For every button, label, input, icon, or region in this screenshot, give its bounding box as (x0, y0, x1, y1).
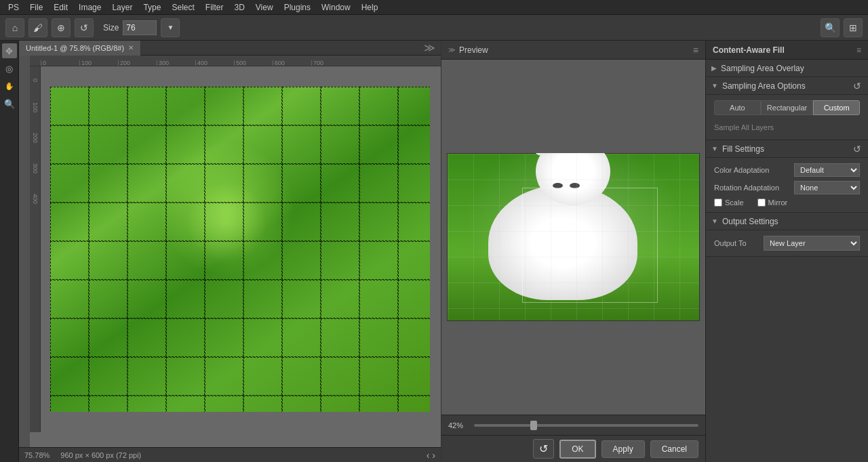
output-settings-content: Output To Current Layer New Layer Duplic… (706, 230, 868, 257)
menu-image[interactable]: Image (73, 1, 106, 14)
fill-settings-arrow-icon: ▼ (711, 145, 718, 152)
caf-panel-menu-icon[interactable]: ≡ (856, 45, 861, 55)
menu-file[interactable]: File (24, 1, 48, 14)
scale-mirror-row: Scale Mirror (714, 198, 860, 207)
panel-toggle-icon[interactable]: ≫ (418, 41, 441, 54)
layout-icon[interactable]: ⊞ (844, 18, 863, 37)
menu-type[interactable]: Type (138, 1, 166, 14)
home-tool-button[interactable]: ⌂ (5, 18, 24, 37)
close-tab-icon[interactable]: ✕ (128, 44, 134, 51)
sampling-reset-button[interactable]: ↺ (852, 79, 863, 93)
action-buttons-bar: ↺ OK Apply Cancel (441, 435, 705, 462)
output-to-label: Output To (714, 239, 758, 247)
preview-content (441, 60, 705, 415)
menu-ps[interactable]: PS (3, 1, 24, 14)
mirror-checkbox-item: Mirror (757, 198, 788, 207)
menu-select[interactable]: Select (166, 1, 199, 14)
preview-title: Preview (459, 45, 488, 55)
menu-filter[interactable]: Filter (200, 1, 229, 14)
rotation-adaptation-row: Rotation Adaptation None Low Medium High… (714, 181, 860, 194)
rotation-adaptation-label: Rotation Adaptation (714, 184, 789, 192)
caf-title: Content-Aware Fill (713, 45, 785, 55)
doc-tab-bar: Untitled-1 @ 75.8% (RGB/8#) ✕ ≫ (19, 41, 441, 56)
menubar: PS File Edit Image Layer Type Select Fil… (0, 0, 868, 15)
preview-zoom-bar: 42% (441, 415, 705, 435)
canvas-artwork[interactable] (50, 87, 430, 412)
move-tool[interactable]: ✥ (2, 43, 17, 58)
ruler-tick-0: 0 (41, 60, 79, 66)
ok-button[interactable]: OK (559, 440, 595, 459)
lasso-tool[interactable]: ◎ (2, 61, 17, 76)
zoom-slider[interactable] (474, 424, 698, 427)
menu-plugins[interactable]: Plugins (279, 1, 316, 14)
sampling-custom-button[interactable]: Custom (813, 100, 860, 115)
document-tab[interactable]: Untitled-1 @ 75.8% (RGB/8#) ✕ (19, 41, 141, 56)
fill-settings-label: Fill Settings (722, 144, 764, 154)
search-icon[interactable]: 🔍 (821, 18, 840, 37)
preview-header: ≫ Preview ≡ (441, 41, 705, 60)
output-settings-section[interactable]: ▼ Output Settings (706, 213, 868, 230)
cancel-button[interactable]: Cancel (650, 440, 698, 458)
menu-help[interactable]: Help (356, 1, 384, 14)
sample-all-layers-label: Sample All Layers (714, 121, 860, 134)
add-circle-button[interactable]: ⊕ (52, 18, 71, 37)
reset-button[interactable]: ↺ (533, 439, 554, 459)
sampling-area-overlay-section[interactable]: ▶ Sampling Area Overlay (706, 60, 868, 77)
ruler-ticks: 0 100 200 300 400 500 600 700 (30, 56, 350, 66)
output-to-select[interactable]: Current Layer New Layer Duplicate Layer (764, 236, 860, 251)
size-down-btn[interactable]: ▼ (161, 18, 180, 37)
fill-settings-content: Color Adaptation Default None Low High V… (706, 158, 868, 213)
refresh-button[interactable]: ↺ (75, 18, 94, 37)
apply-button[interactable]: Apply (601, 440, 645, 458)
rotation-adaptation-select[interactable]: None Low Medium High Full (794, 181, 860, 194)
crop-tool[interactable]: ✋ (2, 79, 17, 93)
menu-3d[interactable]: 3D (229, 1, 250, 14)
preview-image-container (447, 153, 700, 321)
nav-right-icon[interactable]: › (432, 450, 435, 461)
preview-panel-menu[interactable]: ≡ (693, 45, 698, 56)
scale-checkbox-item: Scale (714, 198, 744, 207)
status-bar: 75.78% 960 px × 600 px (72 ppi) ‹ › (19, 447, 441, 462)
fill-settings-reset-button[interactable]: ↺ (852, 142, 863, 156)
zoom-display: 75.78% (24, 451, 50, 459)
sampling-options-arrow-icon: ▼ (711, 82, 718, 89)
caf-panel: Content-Aware Fill ≡ ▶ Sampling Area Ove… (705, 41, 868, 462)
eyedropper-tool[interactable]: 🔍 (2, 96, 17, 111)
preview-panel: ≫ Preview ≡ (441, 41, 705, 462)
vertical-ruler: 0 100 200 300 400 (30, 66, 41, 432)
ruler-tick-400: 400 (195, 60, 234, 66)
size-input[interactable] (123, 20, 157, 35)
preview-collapse-arrow[interactable]: ≫ (448, 46, 455, 54)
menu-view[interactable]: View (250, 1, 279, 14)
color-adaptation-label: Color Adaptation (714, 166, 789, 174)
nav-left-icon[interactable]: ‹ (427, 450, 430, 461)
zoom-thumb[interactable] (530, 421, 537, 430)
caf-panel-header: Content-Aware Fill ≡ (706, 41, 868, 60)
sampling-rectangular-button[interactable]: Rectangular (761, 100, 813, 115)
sampling-options-label: Sampling Area Options (722, 81, 806, 91)
sampling-area-options-section[interactable]: ▼ Sampling Area Options ↺ (706, 77, 868, 95)
dog-artwork (447, 153, 700, 321)
menu-edit[interactable]: Edit (48, 1, 73, 14)
mirror-label: Mirror (768, 198, 788, 207)
fill-settings-section[interactable]: ▼ Fill Settings ↺ (706, 140, 868, 158)
color-adaptation-row: Color Adaptation Default None Low High V… (714, 163, 860, 177)
brush-tool-button[interactable]: 🖌 (28, 18, 47, 37)
sampling-options-content: Auto Rectangular Custom Sample All Layer… (706, 95, 868, 140)
doc-tab-label: Untitled-1 @ 75.8% (RGB/8#) (26, 44, 124, 52)
mirror-checkbox[interactable] (757, 198, 766, 207)
menu-layer[interactable]: Layer (106, 1, 138, 14)
color-adaptation-select[interactable]: Default None Low High Very High (794, 163, 860, 177)
ruler-tick-700: 700 (311, 60, 350, 66)
size-label: Size (103, 23, 119, 33)
sampling-overlay-arrow-icon: ▶ (711, 64, 717, 72)
menu-window[interactable]: Window (316, 1, 356, 14)
horizontal-ruler: 0 100 200 300 400 500 600 700 (30, 56, 441, 66)
scale-checkbox[interactable] (714, 198, 722, 207)
zoom-value: 42% (448, 421, 469, 429)
canvas-container: Untitled-1 @ 75.8% (RGB/8#) ✕ ≫ 0 100 20… (19, 41, 441, 462)
ruler-tick-100: 100 (79, 60, 118, 66)
sampling-auto-button[interactable]: Auto (714, 100, 761, 115)
document-dimensions: 960 px × 600 px (72 ppi) (60, 451, 141, 459)
output-settings-label: Output Settings (722, 217, 778, 226)
